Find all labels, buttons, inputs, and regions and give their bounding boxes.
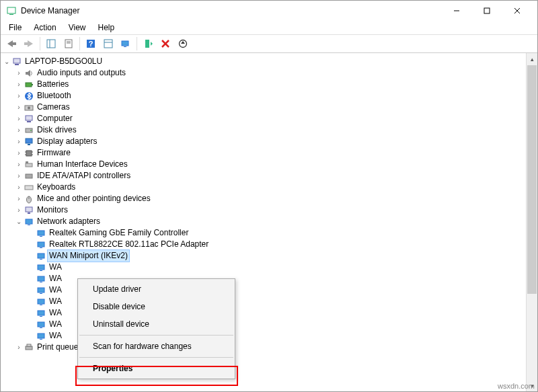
scroll-up-button[interactable]: ▴	[527, 53, 538, 65]
device-manager-window: Device Manager File Action View Help ?	[0, 0, 538, 392]
tree-label: WA	[49, 330, 62, 342]
svg-rect-52	[26, 207, 32, 212]
svg-rect-1	[9, 14, 13, 15]
tree-label: LAPTOP-B5DGO0LU	[25, 56, 102, 67]
svg-rect-37	[26, 139, 32, 143]
expand-icon[interactable]: ›	[14, 193, 24, 204]
tree-category[interactable]: ›Monitors	[2, 204, 525, 216]
tree-category[interactable]: ›Batteries	[2, 79, 525, 90]
properties-button[interactable]	[61, 36, 77, 52]
list-button[interactable]	[100, 36, 116, 52]
show-hide-console-button[interactable]	[43, 36, 59, 52]
tree-label: Computer	[37, 113, 73, 124]
expand-icon[interactable]: ›	[14, 67, 24, 79]
tree-category[interactable]: ›Display adapters	[2, 136, 525, 147]
menu-view[interactable]: View	[63, 22, 91, 34]
expand-icon[interactable]: ›	[14, 342, 24, 353]
svg-rect-58	[38, 242, 44, 247]
tree-device[interactable]: Realtek Gaming GbE Family Controller	[2, 227, 525, 239]
expand-icon[interactable]: ›	[14, 182, 24, 193]
scroll-thumb[interactable]	[527, 65, 537, 294]
uninstall-device-button[interactable]	[157, 36, 174, 52]
svg-rect-66	[38, 288, 44, 292]
expand-icon[interactable]: ›	[14, 102, 24, 113]
update-driver-button[interactable]	[175, 36, 191, 52]
svg-rect-0	[7, 7, 15, 13]
tree-category[interactable]: ›Human Interface Devices	[2, 159, 525, 170]
tree-label: Batteries	[37, 79, 69, 90]
svg-marker-27	[26, 70, 30, 77]
svg-rect-46	[26, 174, 32, 178]
ctx-update-driver[interactable]: Update driver	[78, 280, 235, 298]
disk-icon	[24, 125, 34, 136]
expand-icon[interactable]: ›	[14, 147, 24, 159]
tree-device-selected[interactable]: WAN Miniport (IKEv2)	[2, 250, 525, 262]
tree-category[interactable]: ›Audio inputs and outputs	[2, 67, 525, 79]
tree-category[interactable]: ›Firmware	[2, 147, 525, 159]
nav-forward-button[interactable]	[21, 36, 37, 52]
expand-icon[interactable]: ›	[14, 204, 24, 216]
tree-label: Bluetooth	[37, 90, 71, 102]
ctx-separator	[79, 335, 233, 336]
svg-rect-68	[38, 299, 44, 304]
nav-back-button[interactable]	[3, 36, 20, 52]
tree-category[interactable]: ›Keyboards	[2, 182, 525, 193]
enable-device-button[interactable]	[140, 36, 156, 52]
help-button[interactable]: ?	[83, 36, 99, 52]
tree-device[interactable]: WA	[2, 262, 525, 273]
svg-rect-61	[40, 259, 42, 260]
collapse-icon[interactable]: ⌄	[2, 56, 11, 67]
menu-action[interactable]: Action	[28, 22, 61, 34]
toolbar: ?	[1, 34, 537, 53]
network-adapter-icon	[36, 297, 46, 307]
ctx-uninstall-device[interactable]: Uninstall device	[78, 315, 235, 333]
expand-icon[interactable]: ›	[14, 170, 24, 182]
scan-hardware-button[interactable]	[118, 36, 134, 52]
svg-text:?: ?	[89, 40, 93, 48]
svg-rect-15	[104, 40, 112, 48]
svg-rect-69	[40, 305, 42, 305]
expand-icon[interactable]: ›	[14, 79, 24, 90]
tree-category[interactable]: ›Disk drives	[2, 124, 525, 136]
ctx-scan-hardware[interactable]: Scan for hardware changes	[78, 338, 235, 355]
collapse-icon[interactable]: ⌄	[14, 216, 24, 227]
svg-rect-56	[38, 231, 44, 235]
expand-icon[interactable]: ›	[14, 159, 24, 170]
expand-icon[interactable]: ›	[14, 124, 24, 136]
tree-label: Audio inputs and outputs	[37, 67, 126, 79]
svg-rect-63	[40, 270, 42, 271]
menubar: File Action View Help	[1, 21, 537, 34]
tree-category[interactable]: ›Bluetooth	[2, 90, 525, 102]
svg-rect-17	[122, 41, 128, 46]
tree-category[interactable]: ›Mice and other pointing devices	[2, 193, 525, 204]
vertical-scrollbar[interactable]: ▴ ▾	[526, 53, 537, 391]
svg-marker-20	[151, 42, 153, 46]
expand-icon[interactable]: ›	[14, 113, 24, 124]
tree-label: Disk drives	[37, 124, 77, 136]
menu-file[interactable]: File	[3, 22, 27, 34]
tree-category[interactable]: ›IDE ATA/ATAPI controllers	[2, 170, 525, 182]
ctx-separator	[79, 357, 233, 358]
tree-root[interactable]: ⌄ LAPTOP-B5DGO0LU	[2, 56, 525, 67]
svg-rect-73	[40, 327, 42, 328]
network-adapter-icon	[36, 228, 46, 239]
tree-category[interactable]: ›Computer	[2, 113, 525, 124]
ctx-properties[interactable]: Properties	[78, 360, 235, 377]
maximize-button[interactable]	[471, 1, 502, 21]
toolbar-separator	[79, 37, 80, 50]
network-adapter-icon	[36, 239, 46, 250]
ide-icon	[24, 171, 34, 182]
ctx-disable-device[interactable]: Disable device	[78, 298, 235, 315]
minimize-button[interactable]	[441, 1, 471, 21]
svg-rect-70	[38, 311, 44, 315]
expand-icon[interactable]: ›	[14, 90, 24, 102]
expand-icon[interactable]: ›	[14, 136, 24, 147]
computer-icon	[24, 114, 34, 124]
tree-category-network[interactable]: ⌄Network adapters	[2, 216, 525, 227]
svg-rect-77	[27, 344, 31, 346]
svg-rect-3	[484, 8, 490, 13]
tree-category[interactable]: ›Cameras	[2, 102, 525, 113]
close-button[interactable]	[502, 1, 532, 21]
tree-device[interactable]: Realtek RTL8822CE 802.11ac PCIe Adapter	[2, 239, 525, 250]
menu-help[interactable]: Help	[93, 22, 120, 34]
